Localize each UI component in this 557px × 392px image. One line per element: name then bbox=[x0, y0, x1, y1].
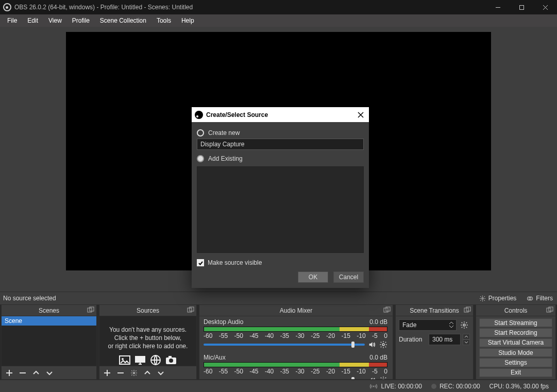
menu-tools[interactable]: Tools bbox=[151, 15, 176, 26]
transitions-header[interactable]: Scene Transitions bbox=[396, 305, 473, 316]
mixer-dock: Audio Mixer Desktop Audio0.0 dB -60-55-5… bbox=[199, 304, 393, 380]
start-virtual-camera-button[interactable]: Start Virtual Camera bbox=[479, 338, 552, 347]
gear-icon[interactable] bbox=[379, 376, 387, 379]
start-streaming-button[interactable]: Start Streaming bbox=[479, 318, 552, 327]
menu-profile[interactable]: Profile bbox=[67, 15, 95, 26]
add-existing-label: Add Existing bbox=[208, 155, 243, 162]
add-source-button[interactable] bbox=[103, 368, 112, 378]
window-title: OBS 26.0.2 (64-bit, windows) - Profile: … bbox=[14, 4, 193, 11]
minimize-button[interactable] bbox=[486, 0, 510, 14]
popout-icon[interactable] bbox=[87, 306, 94, 314]
mixer-title: Audio Mixer bbox=[280, 307, 312, 314]
status-live: LIVE: 00:00:00 bbox=[369, 383, 421, 390]
chevron-updown-icon bbox=[449, 321, 454, 328]
remove-source-button[interactable] bbox=[116, 368, 125, 378]
transitions-body: Fade Duration 300 ms bbox=[396, 316, 473, 379]
filters-icon bbox=[527, 295, 533, 302]
spin-up[interactable] bbox=[463, 334, 470, 339]
transition-settings-button[interactable] bbox=[459, 319, 470, 331]
svg-point-25 bbox=[373, 385, 375, 387]
scenes-title: Scenes bbox=[39, 307, 59, 314]
menu-scene-collection[interactable]: Scene Collection bbox=[95, 15, 151, 26]
sources-footer bbox=[99, 366, 196, 379]
track-name: Mic/Aux bbox=[204, 354, 226, 361]
track-db: 0.0 dB bbox=[369, 318, 387, 326]
duration-input[interactable]: 300 ms bbox=[429, 334, 461, 345]
monitor-icon bbox=[134, 354, 146, 366]
add-scene-button[interactable] bbox=[5, 368, 14, 378]
meter-ticks: -60-55-50-45-40-35-30-25-20-15-10-50 bbox=[204, 368, 387, 375]
add-existing-radio[interactable]: Add Existing bbox=[197, 153, 364, 164]
create-new-radio[interactable]: Create new bbox=[197, 127, 364, 139]
duration-spinner[interactable] bbox=[463, 334, 470, 345]
svg-point-15 bbox=[133, 372, 135, 374]
radio-unchecked-icon bbox=[197, 155, 204, 162]
scenes-list[interactable]: Scene bbox=[2, 316, 96, 366]
duration-value: 300 ms bbox=[432, 336, 452, 343]
volume-meter bbox=[204, 327, 387, 332]
speaker-icon[interactable] bbox=[368, 340, 376, 349]
exit-button[interactable]: Exit bbox=[479, 368, 552, 377]
mixer-header[interactable]: Audio Mixer bbox=[199, 305, 393, 316]
menu-file[interactable]: File bbox=[2, 15, 22, 26]
source-name-input[interactable]: Display Capture bbox=[197, 139, 364, 150]
svg-point-22 bbox=[463, 324, 465, 326]
make-visible-label: Make source visible bbox=[208, 259, 262, 266]
image-icon bbox=[119, 354, 131, 366]
sources-header[interactable]: Sources bbox=[99, 305, 196, 316]
settings-button[interactable]: Settings bbox=[479, 358, 552, 367]
menu-view[interactable]: View bbox=[43, 15, 67, 26]
globe-icon bbox=[149, 354, 162, 366]
docks: Scenes Scene Sources You don't have any … bbox=[0, 304, 557, 380]
popout-icon[interactable] bbox=[187, 306, 194, 314]
meter-ticks: -60-55-50-45-40-35-30-25-20-15-10-50 bbox=[204, 332, 387, 339]
properties-label: Properties bbox=[488, 295, 517, 302]
scenes-header[interactable]: Scenes bbox=[2, 305, 96, 316]
filters-button[interactable]: Filters bbox=[522, 293, 557, 303]
status-bar: LIVE: 00:00:00 REC: 00:00:00 CPU: 0.3%, … bbox=[0, 380, 557, 392]
remove-scene-button[interactable] bbox=[18, 368, 27, 378]
sources-list[interactable]: You don't have any sources. Click the + … bbox=[99, 316, 196, 366]
source-properties-button[interactable] bbox=[129, 368, 139, 378]
make-visible-checkbox[interactable]: Make source visible bbox=[197, 258, 364, 271]
maximize-button[interactable] bbox=[510, 0, 533, 14]
cancel-button[interactable]: Cancel bbox=[333, 271, 364, 283]
obs-logo-icon bbox=[195, 111, 203, 119]
scenes-dock: Scenes Scene bbox=[1, 304, 97, 380]
start-recording-button[interactable]: Start Recording bbox=[479, 328, 552, 337]
speaker-icon[interactable] bbox=[368, 376, 376, 379]
svg-rect-10 bbox=[135, 356, 145, 363]
controls-header[interactable]: Controls bbox=[476, 305, 555, 316]
dialog-titlebar[interactable]: Create/Select Source bbox=[192, 107, 369, 122]
popout-icon[interactable] bbox=[464, 306, 471, 314]
controls-title: Controls bbox=[504, 307, 528, 314]
popout-icon[interactable] bbox=[383, 306, 391, 314]
menu-edit[interactable]: Edit bbox=[22, 15, 43, 26]
volume-slider[interactable] bbox=[204, 344, 365, 346]
menu-help[interactable]: Help bbox=[176, 15, 199, 26]
close-button[interactable] bbox=[533, 0, 557, 14]
gear-icon[interactable] bbox=[379, 340, 387, 349]
move-source-down-button[interactable] bbox=[156, 368, 165, 378]
mixer-track-mic: Mic/Aux0.0 dB -60-55-50-45-40-35-30-25-2… bbox=[199, 352, 393, 379]
popout-icon[interactable] bbox=[546, 306, 553, 314]
existing-sources-list[interactable] bbox=[197, 166, 364, 253]
move-scene-down-button[interactable] bbox=[45, 368, 54, 378]
create-source-dialog: Create/Select Source Create new Display … bbox=[192, 107, 369, 288]
transition-value: Fade bbox=[402, 321, 416, 329]
obs-logo-icon bbox=[3, 3, 11, 11]
properties-button[interactable]: Properties bbox=[475, 293, 521, 303]
broadcast-icon bbox=[369, 383, 378, 389]
move-scene-up-button[interactable] bbox=[31, 368, 41, 378]
controls-body: Start Streaming Start Recording Start Vi… bbox=[476, 316, 555, 379]
source-name-value: Display Capture bbox=[200, 141, 244, 148]
studio-mode-button[interactable]: Studio Mode bbox=[479, 348, 552, 357]
dialog-close-button[interactable] bbox=[356, 110, 366, 120]
no-source-label: No source selected bbox=[3, 295, 56, 302]
transition-select[interactable]: Fade bbox=[399, 319, 457, 331]
spin-down[interactable] bbox=[463, 339, 470, 345]
scenes-footer bbox=[2, 366, 96, 379]
move-source-up-button[interactable] bbox=[143, 368, 152, 378]
ok-button[interactable]: OK bbox=[298, 271, 328, 283]
scene-item[interactable]: Scene bbox=[2, 316, 96, 326]
